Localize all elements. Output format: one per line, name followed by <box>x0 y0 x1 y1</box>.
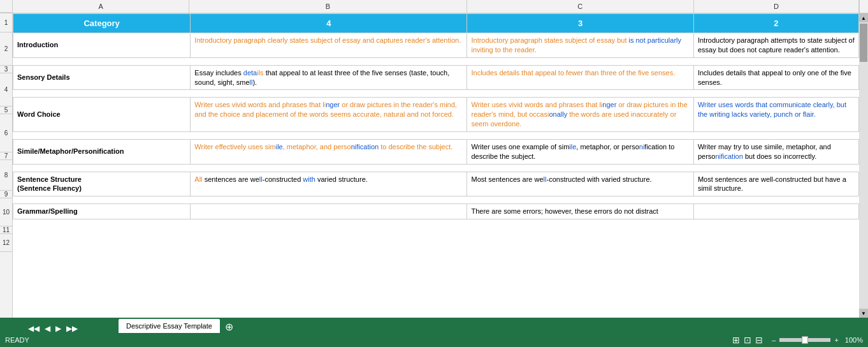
text-span: inviting to the reader. <box>471 46 536 54</box>
col-header-d[interactable]: D <box>694 0 859 13</box>
score2-cell: Most sentences are well-constructed but … <box>693 172 858 196</box>
header-corner <box>0 0 13 13</box>
last-sheet-arrow[interactable]: ▶▶ <box>64 324 80 333</box>
first-sheet-arrow[interactable]: ◀◀ <box>25 324 42 333</box>
next-sheet-arrow[interactable]: ▶ <box>53 324 64 333</box>
table-area: Category 4 3 2 Introduction Introductory… <box>13 13 859 318</box>
category-cell: Sensory Details <box>13 65 191 90</box>
normal-view-icon[interactable]: ⊞ <box>732 335 740 345</box>
score4-cell <box>191 204 467 219</box>
col-header-c[interactable]: C <box>467 0 694 13</box>
spacer-row <box>13 196 859 204</box>
status-right-controls: ⊞ ⊡ ⊟ – + 100% <box>732 335 863 345</box>
sheet-tab[interactable]: Descriptive Essay Template <box>119 319 220 333</box>
text-span: , metaphor, and perso <box>283 143 351 151</box>
main-table: Category 4 3 2 Introduction Introductory… <box>13 13 859 219</box>
score3-cell: There are some errors; however, these er… <box>467 204 693 219</box>
text-span: Includes details that appeal to fewer th… <box>471 69 675 77</box>
row-number: 2 <box>0 33 12 66</box>
row-number: 7 <box>0 152 12 160</box>
vertical-scrollbar[interactable]: ▲ ▼ <box>859 13 868 318</box>
column-headers: A B C D <box>0 0 868 13</box>
header-category: Category <box>13 14 191 33</box>
text-span: nger <box>326 101 340 108</box>
score4-cell: Writer uses vivid words and phrases that… <box>191 98 467 132</box>
status-text: READY <box>5 336 29 344</box>
row-numbers: 123456789101112 <box>0 13 13 318</box>
zoom-minus[interactable]: – <box>772 336 776 344</box>
page-layout-icon[interactable]: ⊡ <box>744 335 751 345</box>
score3-cell: Includes details that appeal to fewer th… <box>467 65 693 90</box>
text-span: Writer uses vivid words and phrases that… <box>194 101 326 108</box>
text-span: is not particularly <box>629 36 682 44</box>
score4-cell: All sentences are well-constructed with … <box>191 172 467 196</box>
text-span: to describe the subject. <box>379 143 452 151</box>
table-row: Simile/Metaphor/Personification Writer e… <box>13 139 859 164</box>
header-score2: 2 <box>693 14 858 33</box>
category-cell: Grammar/Spelling <box>13 204 191 219</box>
table-row: Word Choice Writer uses vivid words and … <box>13 98 859 132</box>
col-header-b[interactable]: B <box>189 0 467 13</box>
text-span: ni <box>639 143 645 151</box>
score4-cell: Essay includes details that appeal to at… <box>191 65 467 90</box>
zoom-slider-thumb[interactable] <box>802 336 808 344</box>
text-span: nger <box>602 101 616 108</box>
table-row: Introduction Introductory paragraph clea… <box>13 33 859 58</box>
text-span: onally <box>549 110 567 118</box>
text-span: Introductory paragraph clearly states su… <box>194 36 461 44</box>
sheet-nav-arrows[interactable]: ◀◀ ◀ ▶ ▶▶ <box>25 324 80 333</box>
score4-cell: Writer effectively uses simile, metaphor… <box>191 139 467 164</box>
text-span: ll <box>250 78 253 86</box>
row-number: 1 <box>0 13 12 33</box>
category-cell: Introduction <box>13 33 191 58</box>
text-span: All <box>194 175 202 183</box>
header-scroll-space <box>859 0 868 13</box>
scroll-thumb[interactable] <box>860 24 867 62</box>
score2-cell: Introductory paragraph attempts to state… <box>693 33 858 58</box>
scroll-down-button[interactable]: ▼ <box>859 309 868 318</box>
header-score3: 3 <box>467 14 693 33</box>
text-span: ll <box>259 175 263 183</box>
text-span: Introductory paragraph states subject of… <box>471 36 628 44</box>
score2-cell: Includes details that appeal to only one… <box>693 65 858 90</box>
text-span: ils <box>257 69 263 77</box>
spreadsheet-wrapper: A B C D 123456789101112 Category 4 3 2 I… <box>0 0 868 347</box>
text-span: with <box>303 175 315 183</box>
score2-cell: Writer uses words that communicate clear… <box>693 98 858 132</box>
zoom-plus[interactable]: + <box>834 336 838 344</box>
scroll-up-button[interactable]: ▲ <box>859 13 868 22</box>
text-span: Writer effectively uses sim <box>194 143 275 151</box>
row-number: 10 <box>0 198 12 226</box>
spacer-row <box>13 57 859 65</box>
row-number: 11 <box>0 226 12 234</box>
score3-cell: Introductory paragraph states subject of… <box>467 33 693 58</box>
text-span: ile <box>276 143 283 151</box>
text-span: Writer uses vivid words and phrases that… <box>471 101 602 108</box>
text-span: nification <box>351 143 379 151</box>
text-span: deta <box>243 69 257 77</box>
score3-cell: Writer uses one example of simile, metap… <box>467 139 693 164</box>
spacer-row <box>13 90 859 98</box>
table-row: Sensory Details Essay includes details t… <box>13 65 859 90</box>
score3-cell: Most sentences are well-constructed with… <box>467 172 693 196</box>
zoom-slider[interactable] <box>779 338 830 342</box>
category-cell: Sentence Structure(Sentence Fluency) <box>13 172 191 196</box>
row-number: 5 <box>0 107 12 114</box>
spacer-row <box>13 164 859 172</box>
content-area: 123456789101112 Category 4 3 2 Introduct… <box>0 13 868 318</box>
table-row: Sentence Structure(Sentence Fluency) All… <box>13 172 859 196</box>
row-number: 9 <box>0 191 12 198</box>
bottom-area: ◀◀ ◀ ▶ ▶▶ Descriptive Essay Template ⊕ R… <box>0 318 868 347</box>
page-break-icon[interactable]: ⊟ <box>755 335 763 345</box>
prev-sheet-arrow[interactable]: ◀ <box>42 324 53 333</box>
score2-cell <box>693 204 858 219</box>
table-row: Grammar/Spelling There are some errors; … <box>13 204 859 219</box>
col-header-a[interactable]: A <box>13 0 189 13</box>
status-row: READY ⊞ ⊡ ⊟ – + 100% <box>0 333 868 347</box>
sheet-tab-row: ◀◀ ◀ ▶ ▶▶ Descriptive Essay Template ⊕ <box>0 318 868 333</box>
category-cell: Word Choice <box>13 98 191 132</box>
add-sheet-button[interactable]: ⊕ <box>225 321 233 333</box>
spacer-row <box>13 131 859 139</box>
row-number: 12 <box>0 234 12 252</box>
text-span: Writer uses words that communicate clear… <box>698 101 846 118</box>
